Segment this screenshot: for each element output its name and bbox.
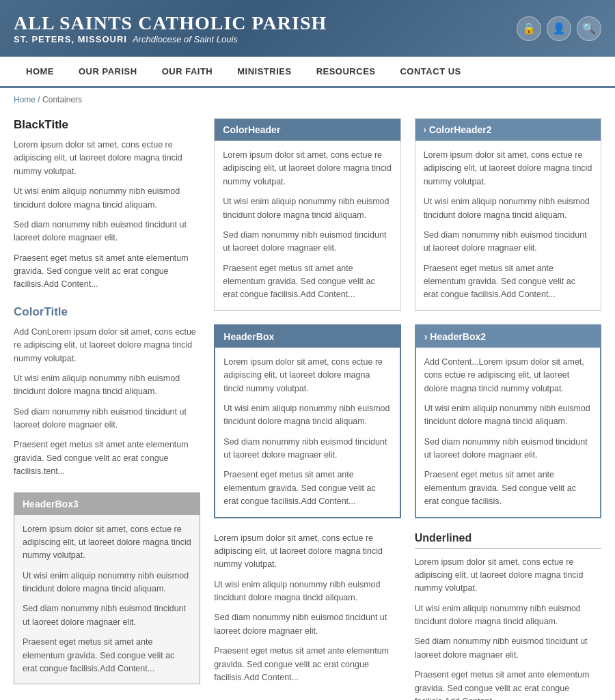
color-header-body: Lorem ipsum dolor sit amet, cons ectue r… — [215, 141, 400, 310]
color-header2-header: › ColorHeader2 — [415, 119, 601, 141]
header-icons: 🔒 👤 🔍 — [517, 16, 601, 41]
header-box-header: HeaderBox — [215, 326, 399, 348]
color-header-p2: Ut wisi enim aliquip nonummy nibh euismo… — [223, 195, 392, 222]
header-box3-p1: Lorem ipsum dolor sit amet, cons ectue r… — [23, 523, 191, 563]
header-box3-p2: Ut wisi enim aliquip nonummy nibh euismo… — [23, 570, 191, 596]
header-box2-body: Add Content...Lorem ipsum dolor sit amet… — [416, 348, 600, 517]
color-header-header: ColorHeader — [215, 119, 400, 141]
plain-p1: Lorem ipsum dolor sit amet, cons ectue r… — [214, 532, 400, 572]
header-box-title: HeaderBox — [223, 331, 274, 342]
breadcrumb-home[interactable]: Home — [14, 95, 36, 104]
color-title-heading: ColorTitle — [14, 305, 200, 319]
main-nav: HOME OUR PARISH OUR FAITH MINISTRIES RES… — [0, 57, 615, 88]
header-box3-p4: Praesent eget metus sit amet ante elemen… — [23, 636, 191, 675]
color-title-p1: Add ConLorem ipsum dolor sit amet, cons … — [14, 326, 200, 365]
nav-our-faith[interactable]: OUR FAITH — [150, 57, 226, 86]
black-title-p1: Lorem ipsum dolor sit amet, cons ectue r… — [14, 139, 200, 178]
black-title-p4: Praesent eget metus sit amet ante elemen… — [14, 252, 200, 292]
header-box-p2: Ut wisi enim aliquip nonummy nibh euismo… — [223, 402, 391, 429]
underlined-section: Underlined Lorem ipsum dolor sit amet, c… — [415, 532, 601, 701]
color-header-p3: Sed diam nonummy nibh euismod tincidunt … — [223, 229, 392, 255]
header-box-section: HeaderBox Lorem ipsum dolor sit amet, co… — [214, 324, 400, 518]
site-location: St. Peters, Missouri — [14, 34, 127, 44]
lock-icon: 🔒 — [522, 22, 536, 35]
search-icon: 🔍 — [582, 22, 596, 35]
person-button[interactable]: 👤 — [547, 16, 571, 41]
header-box3-header: HeaderBox3 — [14, 493, 200, 515]
black-title-heading: BlackTitle — [14, 118, 200, 132]
header-box2-p4: Praesent eget metus sit amet ante elemen… — [424, 468, 592, 508]
underlined-heading: Underlined — [415, 532, 601, 549]
underlined-p2: Ut wisi enim aliquip nonummy nibh euismo… — [415, 602, 601, 629]
nav-contact-us[interactable]: CONTACT US — [387, 57, 473, 86]
header-box-p3: Sed diam nonummy nibh euismod tincidunt … — [223, 436, 391, 462]
site-title-block: All Saints Catholic Parish St. Peters, M… — [14, 12, 327, 44]
header-box2-p1: Add Content...Lorem ipsum dolor sit amet… — [424, 356, 592, 395]
color-header-p1: Lorem ipsum dolor sit amet, cons ectue r… — [223, 149, 392, 188]
color-header-section: ColorHeader Lorem ipsum dolor sit amet, … — [214, 118, 400, 311]
header-box3-p3: Sed diam nonummy nibh euismod tincidunt … — [23, 602, 191, 629]
header-box-p4: Praesent eget metus sit amet ante elemen… — [223, 468, 391, 508]
underlined-p4: Praesent eget metus sit amet ante elemen… — [415, 669, 601, 700]
breadcrumb-separator: / — [38, 95, 40, 104]
lock-button[interactable]: 🔒 — [517, 16, 541, 41]
search-button[interactable]: 🔍 — [577, 16, 601, 41]
color-header2-chevron: › — [424, 125, 426, 135]
color-title-p2: Ut wisi enim aliquip nonummy nibh euismo… — [14, 372, 200, 399]
site-archdiocese: Archdiocese of Saint Louis — [133, 34, 238, 44]
person-icon: 👤 — [552, 22, 566, 35]
column-2: ColorHeader Lorem ipsum dolor sit amet, … — [214, 118, 400, 684]
plain-p4: Praesent eget metus sit amet ante elemen… — [214, 645, 400, 684]
color-header2-p3: Sed diam nonummy nibh euismod tincidunt … — [424, 229, 592, 255]
color-header2-title: ColorHeader2 — [429, 124, 492, 135]
header-box3-title: HeaderBox3 — [23, 499, 79, 509]
header-box2-chevron: › — [424, 331, 428, 342]
nav-resources[interactable]: RESOURCES — [304, 57, 388, 86]
header-box3-section: HeaderBox3 Lorem ipsum dolor sit amet, c… — [14, 492, 200, 685]
black-title-p3: Sed diam nonummy nibh euismod tincidunt … — [14, 219, 200, 245]
header-box-body: Lorem ipsum dolor sit amet, cons ectue r… — [215, 348, 399, 517]
header-box2-p2: Ut wisi enim aliquip nonummy nibh euismo… — [424, 402, 592, 429]
column-1: BlackTitle Lorem ipsum dolor sit amet, c… — [14, 118, 200, 684]
underlined-p3: Sed diam nonummy nibh euismod tincidunt … — [415, 635, 601, 662]
site-title-sub: St. Peters, Missouri Archdiocese of Sain… — [14, 34, 327, 44]
color-title-p3: Sed diam nonummy nibh euismod tincidunt … — [14, 406, 200, 432]
nav-ministries[interactable]: MINISTRIES — [225, 57, 303, 86]
nav-home[interactable]: HOME — [14, 57, 66, 86]
column-3: › ColorHeader2 Lorem ipsum dolor sit ame… — [415, 118, 601, 700]
header-box2-title: HeaderBox2 — [430, 331, 486, 342]
header-box-p1: Lorem ipsum dolor sit amet, cons ectue r… — [223, 356, 391, 395]
site-header: All Saints Catholic Parish St. Peters, M… — [0, 0, 615, 57]
breadcrumb: Home / Containers — [0, 88, 615, 111]
color-header-title: ColorHeader — [223, 124, 280, 135]
color-header2-section: › ColorHeader2 Lorem ipsum dolor sit ame… — [415, 118, 601, 311]
color-header2-body: Lorem ipsum dolor sit amet, cons ectue r… — [415, 141, 601, 310]
color-header2-p2: Ut wisi enim aliquip nonummy nibh euismo… — [424, 195, 592, 222]
plain-p2: Ut wisi enim aliquip nonummy nibh euismo… — [214, 578, 400, 605]
header-box2-section: › HeaderBox2 Add Content...Lorem ipsum d… — [415, 324, 601, 518]
site-title-main: All Saints Catholic Parish — [14, 12, 327, 34]
main-content: BlackTitle Lorem ipsum dolor sit amet, c… — [0, 111, 615, 700]
color-header2-p4: Praesent eget metus sit amet ante elemen… — [424, 262, 592, 302]
underlined-p1: Lorem ipsum dolor sit amet, cons ectue r… — [415, 556, 601, 596]
color-header2-p1: Lorem ipsum dolor sit amet, cons ectue r… — [424, 149, 592, 188]
header-box3-body: Lorem ipsum dolor sit amet, cons ectue r… — [14, 515, 200, 684]
black-title-section: BlackTitle Lorem ipsum dolor sit amet, c… — [14, 118, 200, 292]
color-header-p4: Praesent eget metus sit amet ante elemen… — [223, 262, 392, 302]
plain-content-section: Lorem ipsum dolor sit amet, cons ectue r… — [214, 532, 400, 685]
header-box2-p3: Sed diam nonummy nibh euismod tincidunt … — [424, 436, 592, 462]
nav-our-parish[interactable]: OUR PARISH — [66, 57, 150, 86]
black-title-p2: Ut wisi enim aliquip nonummy nibh euismo… — [14, 185, 200, 212]
header-box2-header: › HeaderBox2 — [416, 326, 600, 348]
color-title-p4: Praesent eget metus sit amet ante elemen… — [14, 438, 200, 478]
color-title-section: ColorTitle Add ConLorem ipsum dolor sit … — [14, 305, 200, 479]
breadcrumb-current: Containers — [42, 95, 82, 104]
plain-p3: Sed diam nonummy nibh euismod tincidunt … — [214, 611, 400, 638]
